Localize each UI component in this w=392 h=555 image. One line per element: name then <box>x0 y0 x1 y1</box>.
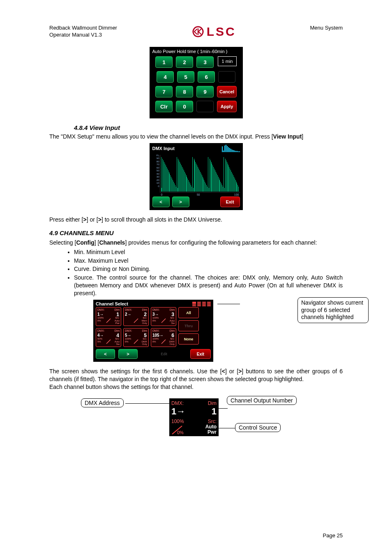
ch-exit-button[interactable]: Exit <box>190 349 211 359</box>
apply-button[interactable]: Apply <box>217 101 237 112</box>
key-1[interactable]: 1 <box>155 56 173 68</box>
list-item: Min. Minimum Level <box>74 248 343 256</box>
navigator-icon <box>192 302 211 306</box>
page-number: Page 25 <box>323 532 343 539</box>
dmx-graph: FL9080 706050 403020 100 050100 <box>160 155 240 192</box>
key-clr[interactable]: Clr <box>155 101 173 112</box>
list-item: Max. Maximum Level <box>74 257 343 265</box>
para-49-1: Selecting [Config] [Channels] provides m… <box>49 239 343 247</box>
edit-label: Edit <box>141 352 187 356</box>
navigator-callout: Navigator shows current group of 6 selec… <box>297 297 369 323</box>
para-after-ch-1: The screen shows the settings for the fi… <box>49 368 343 383</box>
channel-cell-3[interactable]: DMX:Dim3→3100%0%Src:AutoSw <box>151 307 176 326</box>
key-3[interactable]: 3 <box>196 56 214 68</box>
header-right: Menu System <box>310 25 343 31</box>
key-9[interactable]: 9 <box>196 86 214 97</box>
detail-diagram: DMX Address Channel Output Number Contro… <box>81 391 311 444</box>
key-7[interactable]: 7 <box>155 86 173 97</box>
para-after-ch-2: Each channel button shows the settings f… <box>49 383 343 391</box>
key-4[interactable]: 4 <box>157 71 174 83</box>
key-8[interactable]: 8 <box>176 86 193 97</box>
channel-params-list: Min. Minimum Level Max. Maximum Level Cu… <box>66 248 343 297</box>
dmx-prev-button[interactable]: < <box>152 197 170 207</box>
header-left: Redback Wallmount Dimmer Operator Manual… <box>49 25 117 39</box>
logo-text: LSC <box>207 25 236 39</box>
dmx-next-button[interactable]: > <box>172 197 189 207</box>
channel-detail-cell: DMX: Dim 1→ 1 100% Src: Auto Pwr 0% <box>169 398 219 436</box>
detail-addr: 1→ <box>171 406 185 417</box>
callout-connector <box>217 304 240 304</box>
key-blank <box>218 71 235 83</box>
channel-cell-2[interactable]: DMX:Dim2→2Src:MemOnly <box>123 307 149 326</box>
channel-cell-1[interactable]: DMX:Dim1→1100%0%Src:AutoPwr <box>96 307 121 326</box>
channel-select-title: Channel Select <box>96 301 128 306</box>
list-item: Source. The control source for the chann… <box>74 274 343 297</box>
para-484: The "DMX Setup" menu allows you to view … <box>49 133 343 141</box>
keypad-screen: Auto Power Hold time ( 1min–60min ) 1 2 … <box>150 47 243 118</box>
none-button[interactable]: None <box>178 333 199 345</box>
heading-484: 4.8.4 View Input <box>74 124 343 131</box>
para-scroll: Press either [>] or [>] to scroll throug… <box>49 216 343 224</box>
channel-cell-4[interactable]: DMX:Dim4→450%5%Src:AutoSw <box>96 328 121 347</box>
keypad-value: 1 min <box>218 56 237 66</box>
logo-icon <box>191 25 205 38</box>
key-5[interactable]: 5 <box>177 71 194 83</box>
callout-control-source: Control Source <box>235 423 281 432</box>
doc-version: Operator Manual V1.3 <box>49 32 102 38</box>
dmx-input-screen: DMX Input FL9080 706050 403020 100 05010… <box>150 143 243 210</box>
ch-prev-button[interactable]: < <box>96 349 115 359</box>
dmx-y-axis: FL9080 706050 403020 100 <box>152 154 159 188</box>
dmx-exit-button[interactable]: Exit <box>220 197 240 207</box>
channel-cell-6[interactable]: DMX:Dim105→6100%0%Src:DMXOnly <box>151 328 176 347</box>
heading-49: 4.9 CHANNELS MENU <box>49 229 343 236</box>
channel-select-screen: Channel Select <box>93 300 213 362</box>
dmx-x-axis: 050100 <box>160 193 240 196</box>
key-0[interactable]: 0 <box>176 101 193 112</box>
doc-title: Redback Wallmount Dimmer <box>49 25 117 31</box>
callout-dmx-address: DMX Address <box>81 398 124 407</box>
all-button[interactable]: All <box>178 307 199 318</box>
dmx-title: DMX Input <box>152 146 175 151</box>
channel-cell-5[interactable]: DMX:Dim5→5100%0%Src:DMXOnly <box>123 328 149 347</box>
list-item: Curve. Diming or Non Diming. <box>74 265 343 273</box>
key-2[interactable]: 2 <box>176 56 193 68</box>
thru-button[interactable]: Thru <box>178 320 199 331</box>
cancel-button[interactable]: Cancel <box>217 86 237 97</box>
key-blank-2 <box>196 101 214 112</box>
key-6[interactable]: 6 <box>198 71 215 83</box>
logo: LSC <box>191 25 236 39</box>
dmx-sparkline-icon <box>222 145 240 152</box>
callout-output-num: Channel Output Number <box>227 396 297 405</box>
keypad-title: Auto Power Hold time ( 1min–60min ) <box>150 47 242 54</box>
ch-next-button[interactable]: > <box>118 349 138 359</box>
detail-num: 1 <box>212 406 217 417</box>
